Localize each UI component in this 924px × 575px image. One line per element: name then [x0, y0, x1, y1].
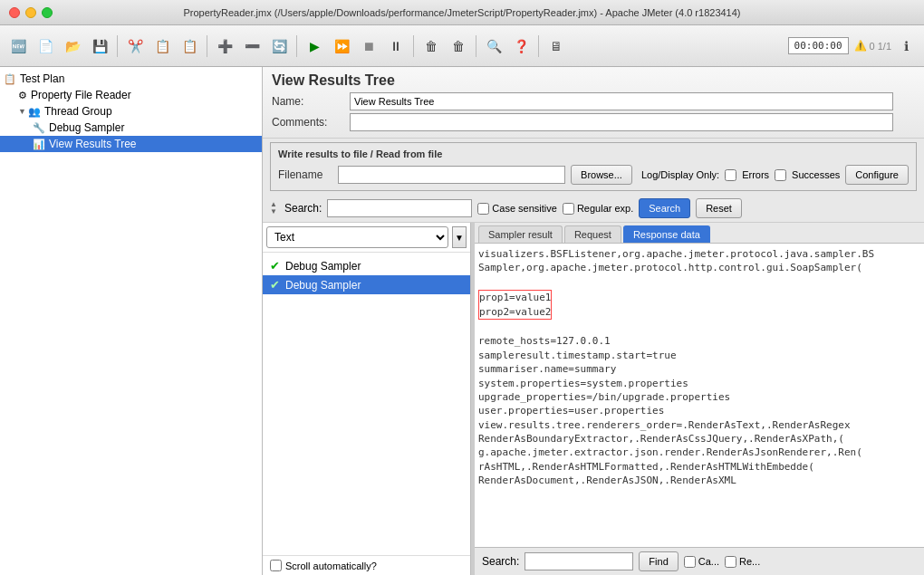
bottom-report-row: Re... [725, 556, 760, 568]
window-controls[interactable] [9, 7, 53, 18]
name-label: Name: [272, 95, 344, 108]
sidebar-item-test-plan[interactable]: 📋 Test Plan [0, 71, 262, 87]
save-button[interactable]: 💾 [87, 34, 112, 59]
expand-select-btn[interactable]: ▼ [452, 226, 467, 248]
sidebar-item-property-file-reader[interactable]: ⚙ Property File Reader [0, 87, 262, 103]
open-button[interactable]: 📂 [60, 34, 85, 59]
content-line-html: rAsHTML,.RenderAsHTMLFormatted,.RenderAs… [478, 460, 920, 474]
view-results-tree-icon: 📊 [33, 139, 45, 150]
maximize-button[interactable] [42, 7, 53, 18]
run-no-pause-button[interactable]: ⏩ [329, 34, 354, 59]
search-bar: ▲ ▼ Search: Case sensitive Regular exp. … [263, 195, 924, 223]
separator-4 [413, 35, 414, 57]
sidebar-item-label-view-results-tree: View Results Tree [49, 138, 137, 150]
configure-button[interactable]: Configure [845, 165, 909, 185]
separator-3 [296, 35, 297, 57]
content-prop2: prop2=value2 [479, 305, 551, 319]
content-line-0: visualizers.BSFListener,org.apache.jmete… [478, 247, 920, 261]
property-file-reader-icon: ⚙ [18, 90, 27, 101]
filename-label: Filename [278, 168, 332, 181]
warning-badge: ⚠️ 0 1/1 [854, 40, 891, 52]
result-item-1[interactable]: ✔ Debug Sampler [263, 275, 470, 294]
errors-checkbox[interactable] [725, 169, 736, 181]
paste-button[interactable]: 📋 [177, 34, 202, 59]
regex-label: Regular exp. [577, 203, 633, 214]
result-tabs: Sampler result Request Response data [475, 223, 924, 244]
clear-all-button[interactable]: 🗑 [446, 34, 471, 59]
search-label: Search: [284, 202, 322, 215]
content-line-upgrade-props: upgrade_properties=/bin/upgrade.properti… [478, 390, 920, 404]
successes-checkbox[interactable] [775, 169, 786, 181]
close-button[interactable] [9, 7, 20, 18]
cut-button[interactable]: ✂️ [122, 34, 148, 59]
bottom-search-input[interactable] [525, 552, 633, 570]
content-line-blank2 [478, 321, 920, 334]
bottom-report-checkbox[interactable] [725, 556, 736, 568]
bottom-search-bar: Search: Find Ca... Re... [475, 547, 924, 575]
sidebar-item-debug-sampler[interactable]: 🔧 Debug Sampler [0, 120, 262, 136]
remote-button[interactable]: 🖥 [544, 34, 569, 59]
separator-5 [476, 35, 476, 57]
bottom-case-row: Ca... [684, 556, 719, 568]
scroll-auto-label: Scroll automatically? [285, 561, 377, 571]
panel-header: View Results Tree Name: Comments: [263, 67, 924, 139]
highlighted-content-block: prop1=value1 prop2=value2 [478, 290, 552, 320]
case-sensitive-label: Case sensitive [492, 203, 557, 214]
name-input[interactable] [350, 92, 893, 110]
separator-2 [207, 35, 207, 57]
tab-sampler-result[interactable]: Sampler result [478, 225, 563, 243]
content-line-1: Sampler,org.apache.jmeter.protocol.http.… [478, 261, 920, 274]
expand-button[interactable]: ➕ [212, 34, 237, 59]
reset-button[interactable]: Reset [696, 198, 742, 218]
result-item-label-0: Debug Sampler [285, 260, 361, 273]
titlebar: PropertyReader.jmx (/Users/apple/Downloa… [0, 0, 924, 25]
sidebar-item-label-test-plan: Test Plan [20, 72, 64, 85]
run-button[interactable]: ▶ [302, 34, 327, 59]
copy-button[interactable]: 📋 [149, 34, 175, 59]
search-button[interactable]: Search [639, 198, 690, 218]
sidebar-item-label-property-file-reader: Property File Reader [31, 89, 131, 101]
write-results-title: Write results to file / Read from file [278, 149, 909, 159]
minimize-button[interactable] [25, 7, 36, 18]
content-line-system-props: system.properties=system.properties [478, 377, 920, 390]
regex-row: Regular exp. [563, 203, 633, 215]
new-button[interactable]: 🆕 [5, 34, 31, 59]
clear-button[interactable]: 🗑 [419, 34, 444, 59]
bottom-case-checkbox[interactable] [684, 556, 696, 568]
case-sensitive-checkbox[interactable] [477, 203, 489, 215]
error-count: 1/1 [878, 41, 891, 52]
filename-row: Filename Browse... Log/Display Only: Err… [278, 165, 909, 185]
name-row: Name: [272, 92, 915, 110]
warning-count: 0 [870, 41, 875, 52]
collapse-button[interactable]: ➖ [239, 34, 265, 59]
comments-input[interactable] [350, 113, 893, 131]
content-area: Text HTML JSON XML ▼ ✔ Debug Sampler ✔ [263, 223, 924, 575]
info-button[interactable]: ℹ [893, 34, 919, 59]
sidebar: 📋 Test Plan ⚙ Property File Reader ▼ 👥 T… [0, 67, 263, 575]
regex-checkbox[interactable] [563, 203, 574, 215]
main-toolbar: 🆕 📄 📂 💾 ✂️ 📋 📋 ➕ ➖ 🔄 ▶ ⏩ ⏹ ⏸ 🗑 🗑 🔍 ❓ 🖥 0… [0, 25, 924, 67]
search-icon[interactable]: 🔍 [481, 34, 506, 59]
content-line-json: g.apache.jmeter.extractor.json.render.Re… [478, 446, 920, 459]
tab-request[interactable]: Request [564, 225, 621, 243]
timer-display: 00:00:00 [788, 37, 849, 54]
search-input[interactable] [327, 199, 472, 217]
browse-button[interactable]: Browse... [571, 165, 632, 185]
result-item-0[interactable]: ✔ Debug Sampler [263, 256, 470, 275]
find-button[interactable]: Find [639, 551, 678, 571]
scroll-auto-checkbox[interactable] [270, 560, 282, 571]
warning-icon: ⚠️ [854, 40, 867, 52]
stop-button[interactable]: ⏹ [356, 34, 381, 59]
log-display-label: Log/Display Only: [641, 169, 719, 180]
help-button[interactable]: ❓ [508, 34, 534, 59]
toggle-button[interactable]: 🔄 [266, 34, 292, 59]
sidebar-item-thread-group[interactable]: ▼ 👥 Thread Group [0, 103, 262, 120]
content-prop1: prop1=value1 [479, 291, 551, 304]
tab-response-data[interactable]: Response data [623, 225, 710, 243]
view-mode-select[interactable]: Text HTML JSON XML [266, 226, 448, 248]
sidebar-item-view-results-tree[interactable]: 📊 View Results Tree [0, 136, 262, 152]
results-list-panel: Text HTML JSON XML ▼ ✔ Debug Sampler ✔ [263, 223, 471, 575]
templates-button[interactable]: 📄 [33, 34, 58, 59]
shutdown-button[interactable]: ⏸ [383, 34, 409, 59]
filename-input[interactable] [338, 166, 565, 184]
